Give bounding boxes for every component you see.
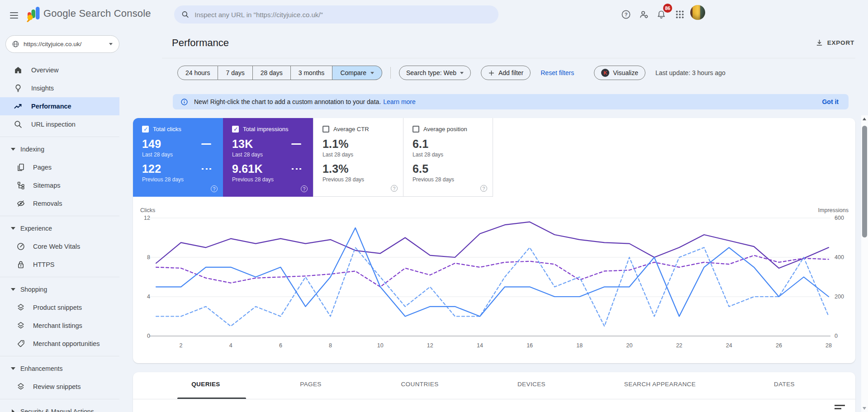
- search-input[interactable]: [194, 11, 491, 19]
- reset-filters-link[interactable]: Reset filters: [541, 69, 574, 76]
- tab-devices[interactable]: DEVICES: [517, 381, 545, 388]
- checkbox-icon[interactable]: [232, 126, 239, 133]
- sidebar-item-sitemaps[interactable]: Sitemaps: [0, 176, 119, 194]
- property-url: https://cityjuice.co.uk/: [24, 41, 109, 47]
- scroll-up-arrow-icon[interactable]: [863, 118, 866, 120]
- sidebar-section-enhancements[interactable]: Enhancements: [0, 360, 119, 378]
- looker-studio-icon: K: [601, 69, 609, 77]
- performance-line-chart[interactable]: 048120200400600ClicksImpressions24681012…: [133, 197, 855, 363]
- date-range-24-hours[interactable]: 24 hours: [177, 66, 218, 80]
- sidebar-item-performance[interactable]: Performance: [0, 97, 119, 115]
- sidebar-item-pages[interactable]: Pages: [0, 158, 119, 176]
- svg-text:2: 2: [180, 342, 183, 349]
- sidebar-item-merchant-listings[interactable]: Merchant listings: [0, 317, 119, 335]
- eye-off-icon: [16, 199, 25, 208]
- sort-icon[interactable]: [835, 405, 845, 412]
- svg-text:24: 24: [726, 342, 732, 349]
- sidebar-item-insights[interactable]: Insights: [0, 79, 119, 97]
- svg-text:8: 8: [147, 254, 150, 260]
- scrollbar[interactable]: [861, 115, 868, 412]
- sidebar-nav: Overview Insights Performance URL inspec…: [0, 61, 119, 412]
- metric-card-total-clicks[interactable]: Total clicks 149 Last 28 days 122 Previo…: [133, 118, 223, 197]
- sidebar-section-shopping[interactable]: Shopping: [0, 280, 119, 298]
- divider: [133, 399, 855, 399]
- metric-card-average-position[interactable]: Average position 6.1 Last 28 days 6.5 Pr…: [403, 118, 493, 197]
- tab-search-appearance[interactable]: SEARCH APPEARANCE: [624, 381, 696, 388]
- scrollbar-thumb[interactable]: [862, 126, 867, 237]
- date-range-3-months[interactable]: 3 months: [291, 66, 333, 80]
- sitemap-icon: [16, 181, 25, 190]
- sidebar-item-merchant-opportunities[interactable]: Merchant opportunities: [0, 335, 119, 353]
- checkbox-icon[interactable]: [323, 126, 329, 133]
- sidebar-item-removals[interactable]: Removals: [0, 194, 119, 213]
- layers-icon: [16, 303, 25, 312]
- checkbox-icon[interactable]: [413, 126, 419, 133]
- trending-up-icon: [14, 102, 23, 111]
- export-button[interactable]: EXPORT: [816, 39, 854, 47]
- dotted-line-legend: [292, 168, 301, 170]
- sidebar-item-review-snippets[interactable]: Review snippets: [0, 378, 119, 396]
- sidebar-section-indexing[interactable]: Indexing: [0, 140, 119, 158]
- sidebar-item-https[interactable]: HTTPS: [0, 256, 119, 274]
- tab-countries[interactable]: COUNTRIES: [401, 381, 438, 388]
- search-icon: [181, 10, 189, 19]
- visualize-button[interactable]: K Visualize: [594, 66, 645, 80]
- filter-toolbar: 24 hours 7 days 28 days 3 months Compare…: [177, 66, 726, 80]
- help-icon[interactable]: ?: [480, 185, 487, 192]
- svg-text:Clicks: Clicks: [140, 207, 155, 213]
- google-apps-grid-icon[interactable]: [673, 7, 687, 22]
- url-inspect-search-bar[interactable]: [174, 5, 498, 24]
- divider: [390, 67, 391, 79]
- help-icon[interactable]: ?: [301, 185, 308, 192]
- plus-icon: [488, 70, 495, 76]
- sidebar-section-experience[interactable]: Experience: [0, 219, 119, 237]
- solid-line-legend: [291, 143, 301, 145]
- date-range-7-days[interactable]: 7 days: [218, 66, 252, 80]
- lock-icon: [16, 260, 25, 269]
- tab-dates[interactable]: DATES: [774, 381, 795, 388]
- dimensions-table-card: QUERIES PAGES COUNTRIES DEVICES SEARCH A…: [133, 372, 855, 412]
- svg-text:Impressions: Impressions: [818, 207, 849, 213]
- help-icon[interactable]: ?: [619, 7, 633, 22]
- layers-icon: [16, 321, 25, 330]
- metric-card-average-ctr[interactable]: Average CTR 1.1% Last 28 days 1.3% Previ…: [313, 118, 403, 197]
- add-filter-button[interactable]: Add filter: [481, 66, 531, 80]
- checkbox-icon[interactable]: [142, 126, 149, 133]
- sidebar-item-core-web-vitals[interactable]: Core Web Vitals: [0, 237, 119, 256]
- sidebar-item-url-inspection[interactable]: URL inspection: [0, 115, 119, 133]
- sidebar-section-security-manual-actions[interactable]: Security & Manual Actions: [0, 403, 119, 412]
- property-selector[interactable]: https://cityjuice.co.uk/: [5, 35, 119, 53]
- chevron-down-icon: [11, 367, 15, 370]
- help-icon[interactable]: ?: [211, 185, 218, 192]
- svg-text:0: 0: [147, 333, 150, 339]
- got-it-button[interactable]: Got it: [822, 98, 839, 105]
- download-icon: [816, 39, 823, 47]
- menu-icon[interactable]: [8, 10, 20, 19]
- divider: [0, 277, 119, 277]
- page-title: Performance: [172, 37, 229, 49]
- tab-pages[interactable]: PAGES: [300, 381, 322, 388]
- divider: [0, 216, 119, 216]
- sidebar-item-overview[interactable]: Overview: [0, 61, 119, 79]
- divider: [0, 399, 119, 399]
- compare-button[interactable]: Compare: [332, 66, 382, 80]
- metric-card-total-impressions[interactable]: Total impressions 13K Last 28 days 9.61K…: [223, 118, 313, 197]
- home-icon: [14, 66, 23, 75]
- svg-text:10: 10: [377, 342, 384, 349]
- tag-icon: [16, 339, 25, 348]
- user-avatar[interactable]: [690, 5, 705, 20]
- chevron-down-icon: [460, 72, 464, 74]
- manage-users-icon[interactable]: [637, 7, 651, 22]
- date-range-28-days[interactable]: 28 days: [253, 66, 291, 80]
- sidebar-item-product-snippets[interactable]: Product snippets: [0, 298, 119, 317]
- scroll-down-arrow-icon[interactable]: [863, 407, 866, 410]
- tab-queries[interactable]: QUERIES: [191, 381, 220, 388]
- notifications-bell-icon[interactable]: 86: [654, 7, 669, 22]
- chevron-down-icon: [11, 227, 15, 230]
- help-icon[interactable]: ?: [391, 185, 398, 192]
- learn-more-link[interactable]: Learn more: [383, 98, 416, 105]
- search-type-filter[interactable]: Search type: Web: [399, 66, 471, 80]
- svg-text:12: 12: [144, 215, 150, 221]
- svg-text:14: 14: [477, 342, 483, 349]
- svg-text:18: 18: [576, 342, 583, 349]
